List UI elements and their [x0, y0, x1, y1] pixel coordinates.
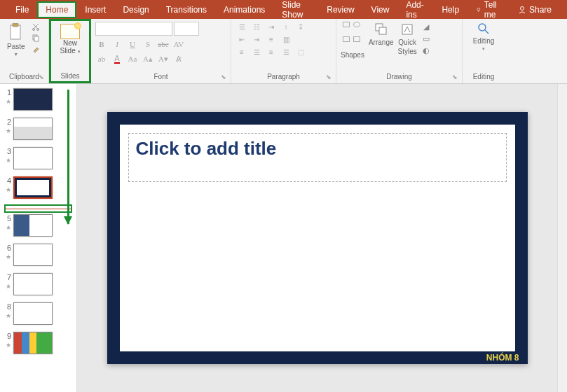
highlight-button[interactable]: ab [95, 52, 108, 65]
slide-footer: NHÓM 8 [486, 353, 519, 363]
thumb-num: 2 [4, 118, 11, 126]
new-slide-button[interactable]: New Slide ▾ [54, 22, 86, 56]
clear-format-button[interactable]: A̷ [172, 52, 185, 65]
decrease-font-button[interactable]: A▾ [157, 52, 170, 65]
thumb-num: 4 [4, 176, 11, 185]
svg-point-12 [479, 24, 486, 31]
shape-fill-button[interactable]: ◢ [421, 22, 431, 31]
tab-file[interactable]: File [7, 1, 37, 18]
new-slide-icon [60, 24, 80, 39]
new-slide-label1: New [63, 39, 77, 47]
underline-button[interactable]: U [126, 38, 139, 50]
drawing-dialog-launcher[interactable]: ⬊ [452, 74, 459, 80]
quick-label: Quick [398, 38, 416, 46]
thumbnail-8[interactable]: 8★ [0, 301, 76, 326]
align-left-button[interactable]: ≡ [235, 47, 248, 57]
format-painter-button[interactable] [31, 44, 41, 54]
quick-styles-button[interactable]: Quick Styles [398, 22, 417, 55]
tab-insert[interactable]: Insert [76, 1, 114, 18]
increase-font-button[interactable]: A▴ [142, 52, 154, 65]
thumb-num: 3 [4, 147, 11, 155]
thumbnail-2[interactable]: 2★ [0, 116, 76, 141]
thumbnail-9[interactable]: 9★ [0, 330, 76, 356]
shape-effects-button[interactable]: ◐ [421, 46, 431, 55]
italic-button[interactable]: I [111, 38, 123, 50]
thumbnail-1[interactable]: 1★ [0, 87, 76, 112]
shapes-button[interactable]: Shapes [341, 22, 364, 59]
thumb-preview [13, 88, 53, 111]
svg-point-6 [36, 29, 39, 31]
star-icon: ★ [4, 127, 11, 134]
shapes-gallery-icon [343, 22, 362, 50]
styles-label: Styles [398, 48, 417, 55]
line-spacing-button[interactable]: ↕ [280, 22, 292, 32]
group-font: B I U S abc AV ab A Aa A▴ A▾ A̷ Font ⬊ [91, 19, 231, 83]
align-text-button[interactable]: ≡ [265, 34, 278, 45]
thumb-preview [13, 176, 53, 199]
paragraph-label: Paragraph [235, 71, 332, 80]
tab-review[interactable]: Review [318, 1, 362, 18]
strike-button[interactable]: abc [157, 38, 170, 50]
thumbnail-6[interactable]: 6★ [0, 242, 76, 267]
tab-help[interactable]: Help [433, 1, 467, 18]
list-level-button[interactable]: ⇥ [265, 22, 278, 32]
clipboard-dialog-launcher[interactable]: ⬊ [39, 74, 46, 80]
editing-button[interactable]: Editing ▾ [467, 22, 500, 52]
svg-line-13 [485, 30, 489, 34]
new-slide-label2: Slide [60, 47, 75, 55]
columns-button[interactable]: ▥ [280, 34, 292, 45]
tab-view[interactable]: View [363, 1, 398, 18]
tab-bar: File Home Insert Design Transitions Anim… [0, 0, 567, 19]
tab-home[interactable]: Home [37, 1, 76, 18]
bullets-button[interactable]: ☰ [235, 22, 248, 32]
font-size-select[interactable] [174, 22, 199, 36]
slide-canvas: Click to add title NHÓM 8 [77, 84, 557, 392]
thumb-preview [13, 147, 53, 169]
shadow-button[interactable]: S [142, 38, 154, 50]
annotation-arrow [67, 90, 69, 224]
tab-animations[interactable]: Animations [215, 1, 273, 18]
thumbnail-4[interactable]: 4★ [0, 175, 76, 200]
copy-icon [32, 34, 40, 42]
thumbnail-3[interactable]: 3★ [0, 146, 76, 171]
cut-button[interactable] [31, 22, 41, 31]
drawing-label: Drawing [341, 71, 458, 80]
numbering-button[interactable]: ☷ [250, 22, 263, 32]
copy-button[interactable] [31, 33, 41, 43]
tab-transitions[interactable]: Transitions [158, 1, 215, 18]
svg-point-5 [32, 29, 34, 31]
font-color-button[interactable]: A [111, 52, 123, 65]
share-button[interactable]: Share [510, 1, 560, 18]
find-icon [477, 22, 491, 36]
svg-point-0 [477, 8, 480, 10]
thumb-num: 6 [4, 244, 11, 252]
shapes-label: Shapes [341, 51, 364, 59]
decrease-indent-button[interactable]: ⇤ [235, 34, 248, 45]
share-icon [518, 6, 526, 14]
paragraph-dialog-launcher[interactable]: ⬊ [326, 74, 333, 80]
increase-indent-button[interactable]: ⇥ [250, 34, 263, 45]
font-dialog-launcher[interactable]: ⬊ [221, 74, 228, 80]
tab-design[interactable]: Design [114, 1, 157, 18]
vertical-scrollbar[interactable] [557, 84, 567, 392]
change-case-button[interactable]: Aa [126, 52, 139, 65]
svg-rect-3 [11, 25, 20, 39]
text-direction-button[interactable]: ↧ [294, 22, 307, 32]
svg-point-2 [520, 6, 524, 10]
justify-button[interactable]: ☰ [280, 47, 292, 57]
align-right-button[interactable]: ≡ [265, 47, 278, 57]
align-center-button[interactable]: ☰ [250, 47, 263, 57]
thumb-preview [13, 214, 53, 237]
star-icon: ★ [4, 186, 11, 193]
thumbnail-7[interactable]: 7★ [0, 272, 76, 297]
current-slide[interactable]: Click to add title NHÓM 8 [107, 112, 528, 364]
arrange-button[interactable]: Arrange [369, 22, 394, 46]
title-placeholder[interactable]: Click to add title [128, 133, 507, 182]
char-spacing-button[interactable]: AV [172, 38, 185, 50]
bold-button[interactable]: B [95, 38, 108, 50]
font-family-select[interactable] [95, 22, 172, 36]
smartart-button[interactable]: ⬚ [294, 47, 307, 57]
paste-button[interactable]: Paste ▼ [4, 22, 28, 58]
thumb-preview [13, 332, 53, 354]
shape-outline-button[interactable]: ▭ [421, 34, 431, 43]
